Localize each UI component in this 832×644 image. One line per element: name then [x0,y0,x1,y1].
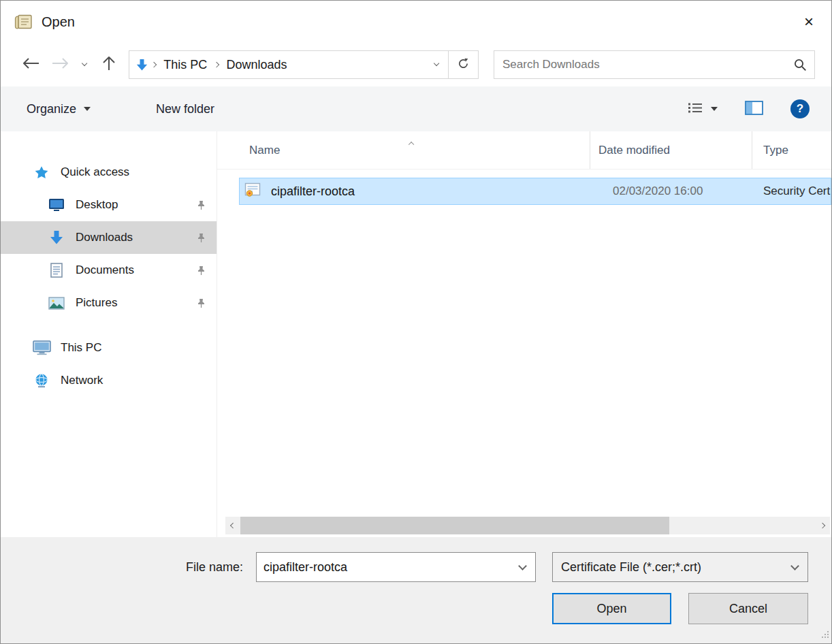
open-button-label: Open [596,602,626,616]
sort-ascending-icon [409,135,413,148]
sidebar-item-label: Network [61,374,103,387]
sidebar-item-pictures[interactable]: Pictures [1,287,217,319]
recent-locations-button[interactable] [76,51,93,78]
pin-icon [197,298,206,308]
new-folder-label: New folder [156,102,214,116]
network-icon [32,373,51,388]
scrollbar-track[interactable] [240,517,815,534]
file-name-input[interactable] [257,560,509,575]
dialog-footer: File name: Certificate File (*.cer;*.crt… [1,537,831,643]
forward-button[interactable] [46,51,76,78]
cancel-button-label: Cancel [729,602,767,616]
file-name-cell: cipafilter-rootca [240,182,590,201]
file-type-select[interactable]: Certificate File (*.cer;*.crt) [552,552,808,582]
scroll-left-button[interactable] [225,517,240,534]
breadcrumb-separator-icon [213,63,220,67]
close-button[interactable]: × [786,1,831,43]
search-icon [786,59,814,71]
breadcrumb-this-pc[interactable]: This PC [157,51,213,78]
cancel-button[interactable]: Cancel [688,593,808,624]
file-name-label: File name: [161,552,243,582]
certificate-file-icon [244,182,262,201]
sidebar-item-documents[interactable]: Documents [1,254,217,287]
up-button[interactable] [93,51,125,78]
file-list-area: Name Date modified Type [217,131,831,537]
column-header-date-modified[interactable]: Date modified [590,131,752,169]
file-name-combobox [256,552,536,582]
sidebar-item-label: Pictures [76,296,117,310]
command-bar: Organize New folder [1,86,831,131]
refresh-button[interactable] [449,50,479,79]
pin-icon [197,265,206,276]
sidebar-item-label: This PC [61,341,101,355]
sidebar-spacer [1,319,217,332]
file-name-text: cipafilter-rootca [271,184,355,199]
sidebar-item-this-pc[interactable]: This PC [1,332,217,364]
organize-label: Organize [27,102,76,116]
titlebar: Open × [1,1,831,43]
navigation-bar: This PC Downloads [1,43,831,86]
column-label: Type [763,144,788,157]
open-dialog: Open × [0,0,832,644]
search-box [494,50,815,79]
chevron-left-icon [230,523,236,529]
new-folder-button[interactable]: New folder [156,102,214,116]
help-button[interactable]: ? [790,99,810,118]
sidebar-item-label: Desktop [76,198,118,212]
preview-pane-icon [745,101,763,118]
search-input[interactable] [494,58,786,71]
quick-access-star-icon [32,165,51,180]
resize-grip[interactable] [820,629,829,641]
chevron-down-icon [82,61,88,67]
dropdown-arrow-icon [711,107,718,111]
pin-icon [197,233,206,243]
back-arrow-icon [22,57,39,72]
organize-button[interactable]: Organize [27,102,91,116]
address-bar[interactable]: This PC Downloads [129,50,449,79]
breadcrumb-downloads[interactable]: Downloads [220,51,293,78]
sidebar-item-quick-access[interactable]: Quick access [1,156,217,189]
chevron-down-icon [518,562,527,570]
sidebar-item-desktop[interactable]: Desktop [1,189,217,221]
open-scroll-icon [14,14,33,31]
forward-arrow-icon [52,57,69,72]
scrollbar-thumb[interactable] [240,517,669,534]
sidebar-item-label: Documents [76,263,134,277]
toolbar-right-group: ? [688,99,810,118]
documents-icon [47,263,66,278]
chevron-right-icon [820,523,826,529]
horizontal-scrollbar[interactable] [225,517,830,534]
downloads-icon [47,230,66,245]
preview-pane-button[interactable] [745,101,763,118]
chevron-down-icon [434,61,440,67]
help-icon: ? [797,102,803,116]
views-button[interactable] [688,102,718,116]
scroll-right-button[interactable] [815,517,830,534]
sidebar-item-label: Quick access [61,165,129,179]
pin-icon [197,200,206,210]
chevron-down-icon [790,562,799,570]
list-header: Name Date modified Type [217,131,831,170]
window-title: Open [42,14,75,30]
sidebar-item-downloads[interactable]: Downloads [1,221,217,254]
close-icon: × [804,12,814,31]
desktop-icon [47,198,66,212]
sidebar-item-label: Downloads [76,231,133,244]
file-row-cipafilter-rootca[interactable]: cipafilter-rootca 02/03/2020 16:00 Secur… [239,178,831,205]
downloads-icon [136,59,148,71]
sidebar-item-network[interactable]: Network [1,364,217,397]
column-header-type[interactable]: Type [752,131,831,169]
dropdown-arrow-icon [84,107,91,111]
file-type-cell: Security Certificate [752,184,831,198]
column-header-name[interactable]: Name [217,131,590,169]
up-arrow-icon [102,56,116,74]
pictures-icon [47,297,66,310]
file-name-dropdown-button[interactable] [509,553,535,581]
main-area: Quick access Desktop [1,131,831,537]
address-dropdown-button[interactable] [425,51,448,78]
file-type-value: Certificate File (*.cer;*.crt) [553,560,782,575]
file-type-dropdown-button[interactable] [782,553,807,581]
open-button[interactable]: Open [552,593,671,624]
back-button[interactable] [16,51,46,78]
file-date-cell: 02/03/2020 16:00 [590,184,752,198]
